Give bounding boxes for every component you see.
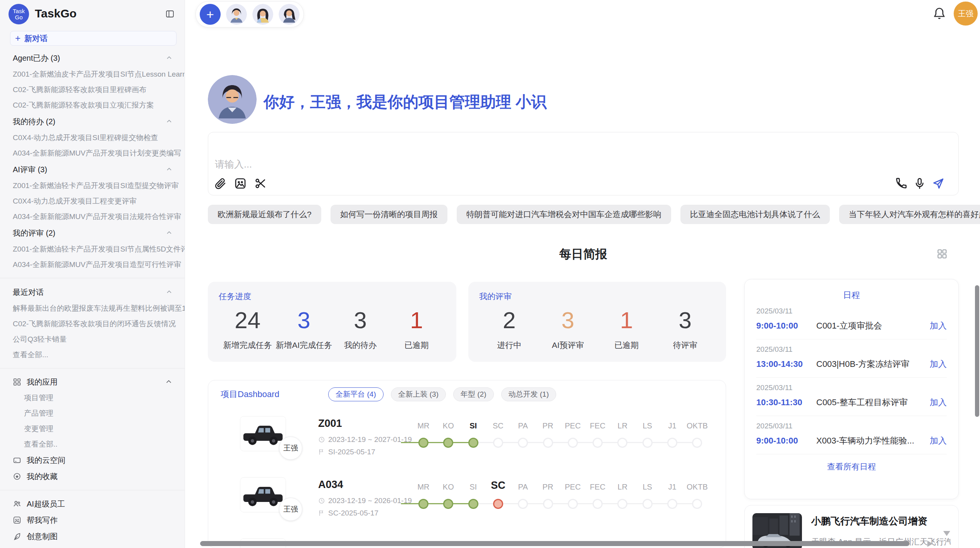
send-icon[interactable] xyxy=(932,177,944,190)
vertical-scrollbar[interactable] xyxy=(975,285,979,417)
milestone-dot[interactable] xyxy=(692,438,702,448)
milestone-dot[interactable] xyxy=(543,499,553,509)
milestone-dot[interactable] xyxy=(518,438,528,448)
chevron-up-icon[interactable] xyxy=(165,229,173,237)
suggestion-chip[interactable]: 当下年轻人对汽车外观有怎样的喜好趋势 xyxy=(839,205,980,224)
microphone-icon[interactable] xyxy=(913,177,926,190)
conversation-item[interactable]: 解释最新出台的欧盟报废车法规再生塑料比例被调至15%... xyxy=(0,301,185,316)
milestone-dot[interactable] xyxy=(617,499,627,509)
briefing-card-title[interactable]: 任务进度 xyxy=(208,282,456,302)
sidebar-section-header[interactable]: 我的评审 (2) xyxy=(0,224,185,241)
milestone-dot[interactable] xyxy=(617,438,627,448)
dashboard-filter-tab[interactable]: 年型 (2) xyxy=(453,387,494,401)
milestone-dot[interactable] xyxy=(593,499,603,509)
conversation-item[interactable]: 公司Q3轻卡销量 xyxy=(0,332,185,347)
dashboard-filter-tab[interactable]: 全新上装 (3) xyxy=(391,387,446,401)
milestone-dot[interactable] xyxy=(692,499,702,509)
chat-input-placeholder[interactable]: 请输入... xyxy=(215,158,252,171)
sidebar-item-favorites[interactable]: 我的收藏 xyxy=(0,468,185,485)
notifications-bell-icon[interactable] xyxy=(932,7,946,21)
chevron-up-icon[interactable] xyxy=(165,166,173,173)
conversation-item[interactable]: C02-飞腾新能源轻客改款项目里程碑画布 xyxy=(0,82,185,98)
suggestion-chip[interactable]: 如何写一份清晰的项目周报 xyxy=(331,205,447,224)
suggestion-chip[interactable]: 特朗普可能对进口汽车增税会对中国车企造成哪些影响 xyxy=(457,205,671,224)
user-avatar[interactable]: 王强 xyxy=(954,2,978,26)
attachment-paperclip-icon[interactable] xyxy=(214,177,226,190)
milestone-dot[interactable] xyxy=(543,438,553,448)
session-avatar[interactable] xyxy=(226,4,247,25)
sidebar-item-my-apps[interactable]: 我的应用 xyxy=(0,374,185,390)
milestone-dot[interactable] xyxy=(667,438,677,448)
briefing-card-title[interactable]: 我的评审 xyxy=(468,282,726,302)
suggestion-chip[interactable]: 比亚迪全固态电池计划具体说了什么 xyxy=(680,205,830,224)
milestone-dot[interactable] xyxy=(443,438,453,448)
dashboard-filter-tab[interactable]: 全新平台 (4) xyxy=(328,387,384,401)
sidebar-item-help-me-write[interactable]: 帮我写作 xyxy=(0,512,185,528)
conversation-item[interactable]: C0X4-动力总成开发项目工程变更评审 xyxy=(0,194,185,209)
chevron-up-icon[interactable] xyxy=(164,378,173,386)
milestone-dot[interactable] xyxy=(518,499,528,509)
join-meeting-link[interactable]: 加入 xyxy=(930,435,947,447)
user-name: 王强 xyxy=(958,9,973,19)
scroll-right-arrow[interactable] xyxy=(927,541,933,547)
milestone-dot[interactable] xyxy=(418,499,428,509)
conversation-item[interactable]: A034-全新新能源MUV产品开发项目造型可行性评审 xyxy=(0,257,185,272)
layout-grid-icon[interactable] xyxy=(937,248,947,259)
image-upload-icon[interactable] xyxy=(234,177,247,190)
conversation-item[interactable]: Z001-全新燃油皮卡产品开发项目SI节点Lesson Learn报告 xyxy=(0,67,185,82)
milestone-dot[interactable] xyxy=(493,499,503,509)
conversation-item[interactable]: A034-全新新能源MUV产品开发项目法规符合性评审 xyxy=(0,209,185,224)
milestone-dot[interactable] xyxy=(642,499,653,509)
sidebar-section-header[interactable]: Agent已办 (3) xyxy=(0,50,185,67)
app-item[interactable]: 查看全部.. xyxy=(0,437,185,452)
add-session-button[interactable]: + xyxy=(200,4,221,25)
sidebar-item-ai-super-staff[interactable]: AI超级员工 xyxy=(0,496,185,512)
milestone-dot[interactable] xyxy=(468,438,478,448)
conversation-item[interactable]: 查看全部... xyxy=(0,347,185,363)
phone-call-icon[interactable] xyxy=(895,177,907,190)
chat-input-card[interactable]: 请输入... xyxy=(208,132,959,195)
sidebar-section-header[interactable]: 我的待办 (2) xyxy=(0,113,185,130)
dashboard-filter-tab[interactable]: 动总开发 (1) xyxy=(501,387,557,401)
conversation-item[interactable]: Z001-全新燃油轻卡产品开发项目SI节点属性5D文件评审 xyxy=(0,241,185,257)
conversation-item[interactable]: Z001-全新燃油轻卡产品开发项目SI造型提交物评审 xyxy=(0,178,185,194)
milestone-dot[interactable] xyxy=(568,499,578,509)
chevron-up-icon[interactable] xyxy=(165,54,173,62)
milestone-dot[interactable] xyxy=(468,499,478,509)
milestone-dot[interactable] xyxy=(642,438,653,448)
app-item[interactable]: 变更管理 xyxy=(0,421,185,437)
join-meeting-link[interactable]: 加入 xyxy=(930,358,947,370)
milestone-dot[interactable] xyxy=(593,438,603,448)
app-item[interactable]: 项目管理 xyxy=(0,390,185,406)
sidebar-section-header[interactable]: AI评审 (3) xyxy=(0,161,185,178)
chevron-up-icon[interactable] xyxy=(165,288,173,296)
collapse-sidebar-icon[interactable] xyxy=(165,9,175,19)
scroll-down-arrow[interactable] xyxy=(943,531,950,536)
milestone-dot[interactable] xyxy=(443,499,453,509)
join-meeting-link[interactable]: 加入 xyxy=(930,320,947,332)
session-avatar[interactable] xyxy=(252,4,273,25)
milestone-dot[interactable] xyxy=(418,438,428,448)
conversation-item[interactable]: A034-全新新能源MUV产品开发项目计划变更类编写 xyxy=(0,146,185,161)
sidebar-item-cloud-space[interactable]: 我的云空间 xyxy=(0,452,185,468)
conversation-item[interactable]: C02-飞腾新能源轻客改款项目立项汇报方案 xyxy=(0,98,185,113)
session-avatar[interactable] xyxy=(279,4,300,25)
horizontal-scrollbar[interactable] xyxy=(200,541,910,546)
milestone-dot[interactable] xyxy=(667,499,677,509)
milestone-dot[interactable] xyxy=(493,438,503,448)
chevron-up-icon[interactable] xyxy=(165,118,173,125)
suggestion-chip[interactable]: 欧洲新规最近颁布了什么? xyxy=(208,205,321,224)
sidebar-item-creative-drawing[interactable]: 创意制图 xyxy=(0,528,185,545)
new-chat-button[interactable]: + 新对话 xyxy=(10,31,176,46)
join-meeting-link[interactable]: 加入 xyxy=(930,397,947,408)
app-item[interactable]: 产品管理 xyxy=(0,406,185,421)
cloud-drive-icon xyxy=(13,456,21,464)
recent-conversations-header[interactable]: 最近对话 xyxy=(0,284,185,301)
conversation-item[interactable]: C0X4-动力总成开发项目SI里程碑提交物检查 xyxy=(0,130,185,146)
conversation-item[interactable]: C02-飞腾新能源轻客改款项目的闭环通告反馈情况 xyxy=(0,316,185,332)
my-apps-list: 项目管理产品管理变更管理查看全部.. xyxy=(0,390,185,452)
view-all-schedules-link[interactable]: 查看所有日程 xyxy=(745,461,958,472)
milestone-dot[interactable] xyxy=(568,438,578,448)
screenshot-scissors-icon[interactable] xyxy=(254,177,267,190)
sidebar: Task Go TaskGo + 新对话 Agent已办 (3) Z001-全新… xyxy=(0,0,185,548)
